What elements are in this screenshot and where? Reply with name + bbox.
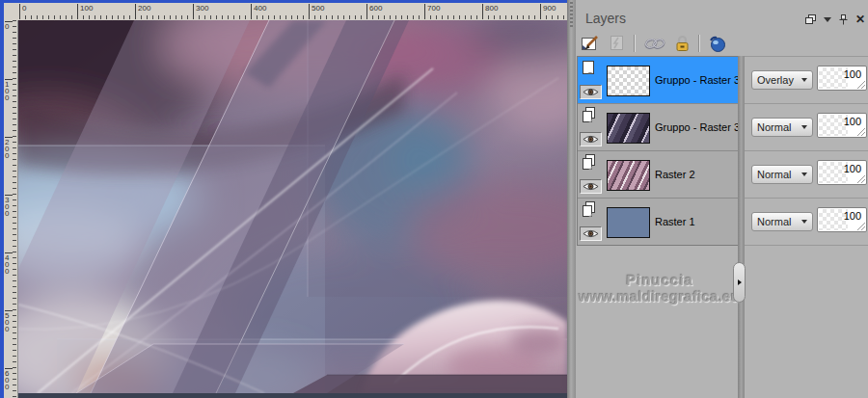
ruler-label: 600	[366, 4, 382, 19]
layer-name: Gruppo - Raster 3	[655, 57, 740, 103]
chevron-down-icon	[801, 172, 807, 176]
ruler-label: 900	[540, 4, 556, 19]
opacity-value: 100	[844, 68, 861, 80]
visibility-toggle[interactable]	[580, 179, 602, 194]
watermark-name: Pinuccia	[564, 272, 756, 288]
layer-name: Raster 2	[655, 151, 695, 198]
image-canvas[interactable]	[18, 20, 567, 393]
layer-pages-icon	[581, 201, 598, 219]
chevron-down-icon	[801, 125, 807, 129]
splitter-grip-icon	[570, 2, 573, 27]
pin-icon[interactable]	[839, 14, 848, 25]
layer-properties-row: Normal 100	[745, 104, 868, 151]
splitter-collapse-handle[interactable]	[733, 262, 746, 303]
arrow-right-icon	[738, 279, 742, 285]
layer-properties-row: Overlay 100	[745, 57, 868, 104]
panel-splitter[interactable]	[567, 0, 576, 398]
ruler-label: 500	[309, 4, 324, 19]
resize-grip-icon[interactable]	[857, 175, 865, 183]
opacity-field[interactable]: 100	[817, 160, 867, 185]
layer-row-gruppo-raster3[interactable]: Gruppo - Raster 3	[578, 104, 739, 151]
visibility-toggle[interactable]	[580, 226, 602, 241]
ruler-label: 100	[77, 4, 93, 19]
layer-row-gruppo-raster3-top[interactable]: Gruppo - Raster 3	[578, 57, 739, 104]
eye-icon	[583, 181, 599, 192]
layers-toolbar	[581, 31, 726, 56]
layer-name: Gruppo - Raster 3	[655, 104, 740, 150]
visibility-toggle[interactable]	[580, 132, 602, 146]
sphere-icon[interactable]	[708, 35, 726, 53]
layer-list: Gruppo - Raster 3	[577, 56, 739, 246]
resize-grip-icon[interactable]	[857, 128, 865, 136]
vertical-ruler-ticks	[13, 20, 16, 398]
close-icon[interactable]: ✕	[855, 13, 865, 25]
layer-page-icon	[581, 60, 598, 77]
panel-window-controls: ✕	[805, 13, 865, 26]
ruler-label: 600	[5, 368, 13, 390]
layer-pages-icon	[581, 107, 598, 124]
chevron-down-icon	[801, 78, 807, 82]
ruler-label: 300	[5, 195, 13, 217]
eye-icon	[583, 87, 599, 97]
layer-pages-icon	[581, 154, 598, 172]
layer-thumbnail[interactable]	[607, 160, 650, 191]
toolbar-separator	[634, 35, 636, 52]
menu-arrow-icon[interactable]	[824, 17, 831, 22]
layers-palette: Layers ✕	[576, 0, 868, 398]
ruler-label: 200	[5, 137, 13, 159]
edit-brush-icon[interactable]	[581, 35, 601, 53]
ruler-label: 500	[5, 310, 13, 332]
ruler-label: 0	[5, 21, 13, 30]
ruler-label: 400	[5, 252, 13, 275]
ruler-label: 400	[251, 4, 266, 19]
opacity-value: 100	[844, 116, 861, 127]
canvas-window-bottom-edge	[17, 393, 567, 398]
layer-thumbnail[interactable]	[607, 113, 650, 144]
panel-title: Layers	[585, 11, 626, 26]
ruler-corner-box	[4, 3, 18, 21]
blend-mode-value: Overlay	[757, 74, 799, 86]
toolbar-separator	[698, 35, 700, 52]
blend-mode-dropdown[interactable]: Normal	[751, 118, 813, 137]
lock-icon[interactable]	[674, 35, 691, 53]
layer-name: Raster 1	[655, 199, 695, 245]
layer-row-raster2[interactable]: Raster 2	[578, 151, 739, 199]
ruler-label: 0	[19, 4, 26, 19]
eye-icon	[583, 134, 599, 145]
vertical-ruler: 0 100 200 300 400 500 600	[4, 20, 18, 398]
layer-properties-column: Overlay 100 Normal 100	[745, 56, 868, 246]
ruler-label: 300	[193, 4, 208, 19]
ruler-label: 200	[135, 4, 150, 19]
layer-panel-splitter[interactable]	[738, 56, 745, 398]
resize-grip-icon[interactable]	[857, 81, 865, 89]
visibility-toggle[interactable]	[580, 85, 602, 99]
blend-mode-dropdown[interactable]: Normal	[751, 212, 813, 231]
page-disabled-icon	[609, 35, 626, 52]
resize-grip-icon[interactable]	[857, 223, 865, 230]
ruler-label: 100	[5, 79, 13, 101]
ruler-label: 800	[482, 4, 498, 19]
opacity-field[interactable]: 100	[817, 207, 867, 232]
float-icon[interactable]	[805, 14, 816, 24]
opacity-value: 100	[844, 163, 861, 174]
blend-mode-value: Normal	[757, 121, 799, 133]
layer-thumbnail[interactable]	[607, 207, 650, 238]
blend-mode-dropdown[interactable]: Overlay	[751, 70, 813, 90]
opacity-field[interactable]: 100	[817, 113, 867, 138]
horizontal-ruler: 0 100 200 300 400 500 600 700 800 900	[17, 3, 567, 21]
layer-properties-row: Normal 100	[745, 199, 868, 246]
app-window: 0 100 200 300 400 500 600 700 800 900 0 …	[0, 0, 868, 398]
layer-thumbnail[interactable]	[607, 66, 650, 96]
opacity-value: 100	[844, 210, 861, 222]
layer-properties-row: Normal 100	[745, 151, 868, 199]
eye-icon	[583, 228, 599, 239]
blend-mode-value: Normal	[757, 216, 799, 227]
blend-mode-dropdown[interactable]: Normal	[751, 165, 813, 184]
link-chain-icon[interactable]	[643, 37, 666, 51]
layer-row-raster1[interactable]: Raster 1	[578, 199, 739, 245]
ruler-label: 700	[424, 4, 440, 19]
chevron-down-icon	[801, 220, 807, 224]
blend-mode-value: Normal	[757, 169, 799, 180]
opacity-field[interactable]: 100	[817, 66, 867, 91]
canvas-artwork	[18, 20, 567, 393]
